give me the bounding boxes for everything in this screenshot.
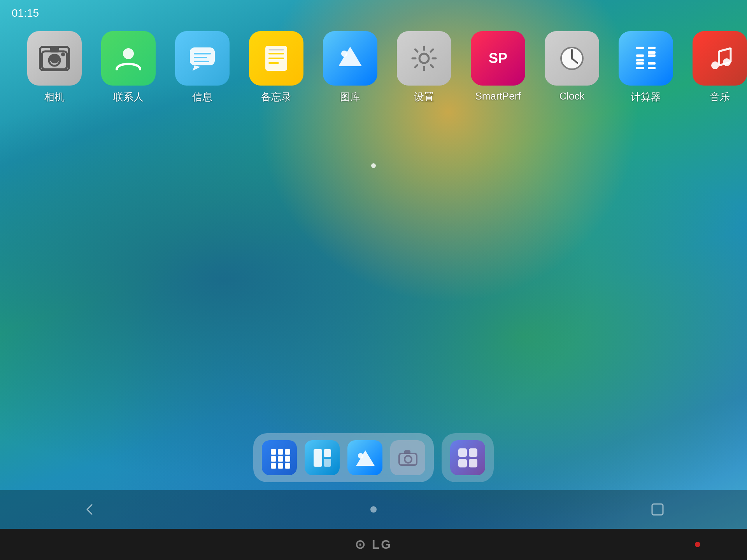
svg-rect-5 <box>190 47 215 65</box>
svg-rect-41 <box>271 456 276 462</box>
svg-point-3 <box>61 52 65 56</box>
svg-rect-31 <box>648 67 656 69</box>
dock-wallpaper-button[interactable] <box>347 440 382 475</box>
svg-rect-38 <box>271 449 276 455</box>
screen: 01:15 相机 联系人 <box>0 0 747 529</box>
recents-button[interactable] <box>646 498 669 521</box>
gallery-icon <box>323 31 377 86</box>
messages-label: 信息 <box>192 90 212 104</box>
back-button[interactable] <box>78 498 101 521</box>
music-label: 音乐 <box>710 90 730 104</box>
svg-rect-49 <box>324 459 331 467</box>
status-bar: 01:15 <box>12 7 39 19</box>
dock-appstore-button[interactable] <box>450 440 485 475</box>
svg-rect-48 <box>324 449 331 457</box>
lg-power-indicator <box>695 542 700 547</box>
svg-rect-0 <box>42 51 67 69</box>
clock-icon <box>545 31 599 86</box>
dock-widget-button[interactable] <box>305 440 340 475</box>
svg-rect-55 <box>458 448 467 457</box>
svg-point-15 <box>341 51 347 57</box>
svg-rect-54 <box>404 450 410 454</box>
app-grid: 相机 联系人 信息 <box>23 31 724 104</box>
dock-main <box>253 433 434 482</box>
contacts-label: 联系人 <box>113 90 144 104</box>
app-clock[interactable]: Clock <box>541 31 603 102</box>
svg-line-37 <box>719 48 731 51</box>
svg-rect-58 <box>469 459 477 467</box>
svg-rect-28 <box>648 51 656 54</box>
svg-rect-56 <box>469 448 477 457</box>
nav-bar <box>0 490 747 529</box>
monitor-bar: ⊙ LG <box>0 529 747 560</box>
settings-label: 设置 <box>414 90 434 104</box>
svg-rect-29 <box>636 59 644 61</box>
svg-point-32 <box>711 61 719 69</box>
dock-launcher-button[interactable] <box>262 440 297 475</box>
svg-rect-40 <box>285 449 290 455</box>
settings-icon <box>397 31 451 86</box>
messages-icon <box>175 31 230 86</box>
svg-rect-60 <box>652 504 663 515</box>
dock-camera-button[interactable] <box>390 440 425 475</box>
svg-rect-42 <box>278 456 283 462</box>
svg-point-59 <box>370 506 377 513</box>
app-contacts[interactable]: 联系人 <box>97 31 160 104</box>
app-settings[interactable]: 设置 <box>393 31 455 104</box>
svg-rect-22 <box>636 47 644 49</box>
app-smartperf[interactable]: SP SmartPerf <box>467 31 529 102</box>
dock-extra <box>442 433 494 482</box>
svg-rect-43 <box>285 456 290 462</box>
home-button[interactable] <box>362 498 385 521</box>
app-camera[interactable]: 相机 <box>23 31 86 104</box>
page-indicator <box>371 163 376 168</box>
smartperf-label: SmartPerf <box>475 90 521 102</box>
app-calculator[interactable]: 计算器 <box>615 31 677 104</box>
camera-label: 相机 <box>44 90 65 104</box>
contacts-icon <box>101 31 156 86</box>
svg-rect-45 <box>278 463 283 469</box>
camera-icon <box>27 31 82 86</box>
app-notes[interactable]: 备忘录 <box>245 31 307 104</box>
svg-rect-27 <box>648 62 656 65</box>
notes-label: 备忘录 <box>261 90 291 104</box>
svg-text:SP: SP <box>489 50 507 66</box>
svg-rect-47 <box>314 449 322 467</box>
svg-marker-50 <box>356 450 375 466</box>
svg-point-1 <box>49 55 60 66</box>
svg-rect-2 <box>50 48 59 52</box>
svg-point-4 <box>123 48 134 59</box>
svg-rect-25 <box>648 54 656 57</box>
svg-rect-39 <box>278 449 283 455</box>
svg-point-16 <box>419 54 429 63</box>
gallery-label: 图库 <box>340 90 360 104</box>
svg-rect-46 <box>285 463 290 469</box>
app-music[interactable]: 音乐 <box>689 31 747 104</box>
app-gallery[interactable]: 图库 <box>319 31 381 104</box>
smartperf-icon: SP <box>471 31 525 86</box>
notes-icon <box>249 31 303 86</box>
calculator-icon <box>619 31 673 86</box>
dock <box>253 433 494 482</box>
svg-rect-30 <box>636 67 644 69</box>
lg-logo: ⊙ LG <box>355 537 392 552</box>
svg-rect-44 <box>271 463 276 469</box>
svg-rect-24 <box>636 54 644 57</box>
time-display: 01:15 <box>12 7 39 19</box>
svg-rect-57 <box>458 459 467 467</box>
svg-point-51 <box>358 453 363 458</box>
svg-marker-14 <box>338 47 362 66</box>
calculator-label: 计算器 <box>631 90 661 104</box>
svg-rect-26 <box>636 62 644 65</box>
svg-rect-23 <box>648 47 656 49</box>
clock-label: Clock <box>559 90 584 102</box>
music-icon <box>693 31 747 86</box>
app-messages[interactable]: 信息 <box>171 31 233 104</box>
svg-point-21 <box>571 57 573 60</box>
